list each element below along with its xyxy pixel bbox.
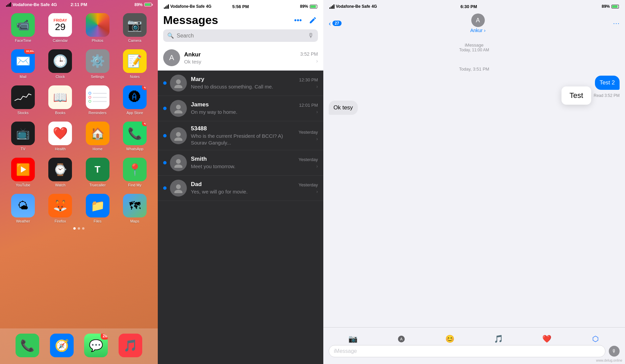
app-findmy[interactable]: 📍 Find My	[118, 158, 152, 187]
signal-icon-msg	[164, 4, 169, 9]
app-settings[interactable]: ⚙️ Settings	[81, 49, 115, 79]
app-facetime-label: FaceTime	[15, 38, 31, 43]
signal-icon-chat	[329, 4, 334, 9]
camera-toolbar-icon[interactable]: 📷	[347, 333, 359, 345]
dropbox-toolbar-icon[interactable]: ⬡	[589, 333, 601, 345]
conv-name-mary: Mary	[191, 76, 299, 83]
app-stocks[interactable]: Stocks	[6, 85, 40, 115]
contact-name: Ankur	[470, 28, 485, 33]
app-stocks-label: Stocks	[18, 111, 29, 115]
conv-time-dad: Yesterday	[299, 182, 318, 187]
app-youtube[interactable]: ▶️ YouTube	[6, 158, 40, 187]
imessage-service-label: iMessage Today, 11:00 AM	[329, 43, 620, 52]
app-health[interactable]: ❤️ Health	[43, 122, 77, 151]
chevron-icon-53488: ›	[316, 136, 318, 141]
conversation-mary[interactable]: Mary Need to discuss something. Call me.…	[158, 71, 323, 96]
conv-meta-james: 12:01 PM ›	[299, 103, 318, 114]
app-calendar-label: Calendar	[53, 38, 68, 43]
animoji-toolbar-icon[interactable]: 😊	[444, 333, 456, 345]
app-clock[interactable]: 🕒 Clock	[43, 49, 77, 79]
dock-safari[interactable]: 🧭	[50, 334, 74, 357]
conv-info-james: James On my way to home.	[191, 101, 299, 115]
unread-dot-mary	[163, 81, 167, 85]
app-mail[interactable]: ✉️ 18,906 Mail	[6, 49, 40, 79]
battery-percent: 89%	[134, 2, 143, 7]
app-mail-label: Mail	[20, 75, 26, 79]
chat-panel: Vodafone-Be Safe 4G 6:30 PM 89% ‹ 27 A A…	[323, 0, 625, 364]
message-input-box[interactable]: iMessage	[329, 345, 605, 357]
conv-preview-53488: Who is the current President of BCCI? A)…	[191, 133, 299, 146]
app-findmy-label: Find My	[128, 183, 141, 187]
dock-music[interactable]: 🎵	[119, 334, 142, 357]
avatar-james	[170, 100, 187, 117]
app-firefox[interactable]: 🦊 Firefox	[43, 194, 77, 223]
conversation-james[interactable]: James On my way to home. 12:01 PM ›	[158, 96, 323, 121]
chevron-icon-dad: ›	[316, 189, 318, 194]
heart-toolbar-icon[interactable]: ❤️	[541, 333, 553, 345]
conversation-smith[interactable]: Smith Meet you tomorrow. Yesterday ›	[158, 150, 323, 176]
app-truecaller-label: Truecaller	[89, 183, 106, 187]
app-watch[interactable]: ⌚ Watch	[43, 158, 77, 187]
dock-messages[interactable]: 💬 28	[84, 334, 108, 357]
appclip-toolbar-icon[interactable]: A	[395, 333, 407, 345]
app-maps[interactable]: 🗺 Maps	[118, 194, 152, 223]
bubble-oktesy: Ok tesy	[329, 101, 358, 115]
app-whatsapp[interactable]: 📞 4 WhatsApp	[118, 122, 152, 151]
app-tv[interactable]: 📺 TV	[6, 122, 40, 151]
search-input[interactable]	[177, 33, 305, 39]
app-home[interactable]: 🏠 Home	[81, 122, 115, 151]
chat-carrier: Vodafone-Be Safe	[336, 4, 370, 9]
app-calendar[interactable]: Friday 29 Calendar	[43, 13, 77, 43]
back-chevron-icon: ‹	[329, 20, 331, 27]
conversation-dad[interactable]: Dad Yes, we will go for movie. Yesterday…	[158, 176, 323, 201]
chat-nav: ‹ 27 A Ankur ⋯	[323, 11, 625, 36]
test-bubble-text: Test	[570, 91, 583, 100]
conv-info-smith: Smith Meet you tomorrow.	[191, 156, 299, 170]
back-button[interactable]: ‹ 27	[329, 20, 343, 27]
app-files[interactable]: 📁 Files	[81, 194, 115, 223]
compose-button[interactable]	[308, 15, 318, 25]
chevron-icon-james: ›	[316, 109, 318, 114]
app-appstore[interactable]: 🅐 4 App Store	[118, 85, 152, 115]
contact-info[interactable]: A Ankur	[470, 14, 485, 33]
more-options-button[interactable]: •••	[293, 15, 303, 25]
mail-badge: 18,906	[24, 49, 35, 54]
chat-menu-button[interactable]: ⋯	[613, 19, 620, 27]
app-maps-label: Maps	[130, 219, 139, 223]
avatar-dad	[170, 180, 187, 197]
app-camera-label: Camera	[128, 38, 141, 43]
conv-info-53488: 53488 Who is the current President of BC…	[191, 125, 299, 146]
app-facetime[interactable]: 📹 FaceTime	[6, 13, 40, 43]
battery-icon	[144, 3, 152, 6]
dock-phone[interactable]: 📞	[16, 334, 39, 357]
msg-battery-icon	[310, 5, 317, 8]
app-reminders[interactable]: Reminders	[81, 85, 115, 115]
search-bar[interactable]: 🔍 🎙	[163, 29, 318, 42]
conv-name-ankur: Ankur	[184, 51, 300, 58]
app-weather[interactable]: 🌤 Weather	[6, 194, 40, 223]
conversation-ankur[interactable]: A Ankur Ok tesy 3:52 PM ›	[158, 45, 323, 71]
app-camera[interactable]: 📷 Camera	[118, 13, 152, 43]
music-toolbar-icon[interactable]: 🎵	[492, 333, 504, 345]
app-truecaller[interactable]: T Truecaller	[81, 158, 115, 187]
svg-point-1	[174, 85, 182, 88]
app-photos[interactable]: Photos	[81, 13, 115, 43]
status-bar-home: Vodafone-Be Safe 4G 2:11 PM 89%	[0, 0, 158, 7]
audio-mic-button[interactable]: 🎙	[609, 346, 620, 357]
conv-meta-smith: Yesterday ›	[299, 157, 318, 169]
app-books[interactable]: 📖 Books	[43, 85, 77, 115]
page-dot-1	[73, 227, 76, 230]
contact-avatar: A	[471, 14, 485, 27]
bubble-text-test2: Test 2	[600, 79, 615, 86]
app-notes[interactable]: 📝 Notes	[118, 49, 152, 79]
status-carrier: Vodafone-Be Safe 4G	[6, 2, 57, 7]
mic-icon: 🎙	[308, 32, 314, 39]
app-settings-label: Settings	[91, 75, 104, 79]
signal-icon	[6, 2, 11, 7]
conversation-53488[interactable]: 53488 Who is the current President of BC…	[158, 121, 323, 150]
conv-meta-ankur: 3:52 PM ›	[300, 51, 318, 64]
conv-name-dad: Dad	[191, 181, 299, 188]
conv-preview-dad: Yes, we will go for movie.	[191, 188, 299, 195]
chat-toolbar: 📷 A 😊 🎵 ❤️ ⬡	[329, 331, 620, 345]
avatar-smith	[170, 154, 187, 171]
